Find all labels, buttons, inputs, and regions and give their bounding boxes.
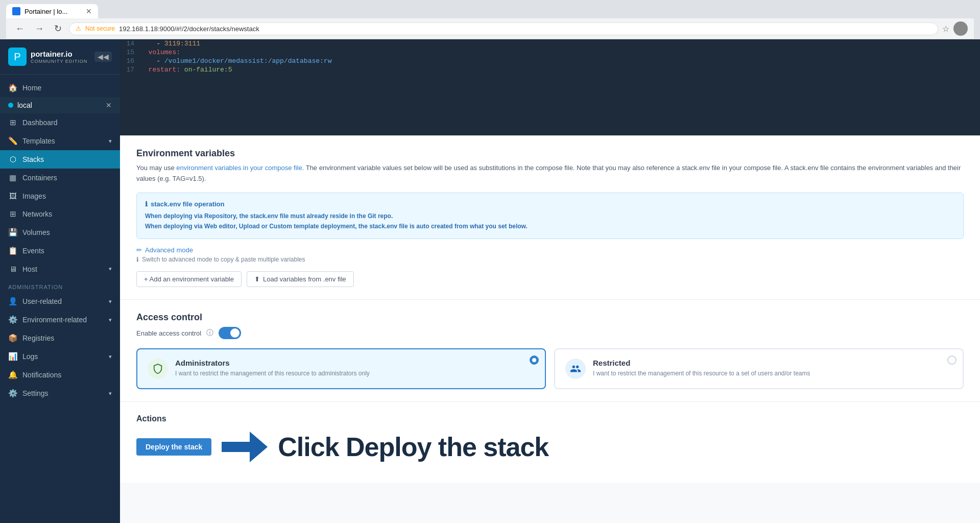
load-env-label: Load variables from .env file xyxy=(263,275,346,283)
sidebar-item-host[interactable]: 🖥 Host ▾ xyxy=(0,260,120,278)
stacks-icon: ⬡ xyxy=(8,155,17,164)
sidebar-images-label: Images xyxy=(22,192,46,200)
active-tab[interactable]: Portainer | lo... ✕ xyxy=(6,4,98,18)
env-close-button[interactable]: ✕ xyxy=(106,101,112,109)
sidebar-stacks-label: Stacks xyxy=(22,155,44,163)
advanced-mode-label: Advanced mode xyxy=(145,246,193,254)
sidebar-item-environment-related[interactable]: ⚙️ Environment-related ▾ xyxy=(0,311,120,329)
sidebar-item-registries[interactable]: 📦 Registries xyxy=(0,329,120,347)
deploy-label: Deploy the stack xyxy=(146,443,202,451)
sidebar-header: P portainer.io COMMUNITY EDITION ◀◀ xyxy=(0,39,120,75)
enable-access-control-row: Enable access control ⓘ xyxy=(136,327,964,339)
admin-section-label: Administration xyxy=(0,278,120,292)
browser-tabs: Portainer | lo... ✕ xyxy=(6,4,974,18)
sidebar-item-events[interactable]: 📋 Events xyxy=(0,242,120,260)
access-control-toggle[interactable] xyxy=(219,327,241,339)
environment-name: local xyxy=(17,101,32,109)
line-content-15: volumes: xyxy=(140,49,980,56)
sidebar-item-logs[interactable]: 📊 Logs ▾ xyxy=(0,347,120,366)
templates-icon: ✏️ xyxy=(8,136,17,146)
tab-close-button[interactable]: ✕ xyxy=(86,7,92,15)
arrow-annotation xyxy=(222,432,268,462)
bookmark-button[interactable]: ☆ xyxy=(942,24,949,34)
code-line-16: 16 - /volume1/docker/medassist:/app/data… xyxy=(120,57,980,65)
advanced-mode-help: ℹ Switch to advanced mode to copy & past… xyxy=(136,256,964,263)
reload-button[interactable]: ↻ xyxy=(51,22,65,35)
load-env-file-button[interactable]: ⬆ Load variables from .env file xyxy=(247,271,354,287)
sidebar: P portainer.io COMMUNITY EDITION ◀◀ 🏠 Ho… xyxy=(0,39,120,523)
sidebar-item-networks[interactable]: ⊞ Networks xyxy=(0,205,120,223)
line-num-15: 15 xyxy=(120,49,140,56)
administrators-card[interactable]: Administrators I want to restrict the ma… xyxy=(136,348,546,389)
sidebar-templates-label: Templates xyxy=(22,137,55,145)
settings-icon: ⚙️ xyxy=(8,389,17,398)
code-line-17: 17 restart: on-failure:5 xyxy=(120,65,980,74)
sidebar-host-label: Host xyxy=(22,265,37,273)
registries-icon: 📦 xyxy=(8,334,17,343)
app-layout: P portainer.io COMMUNITY EDITION ◀◀ 🏠 Ho… xyxy=(0,39,980,523)
back-button[interactable]: ← xyxy=(12,22,28,35)
main-content: 14 - 3119:3111 15 volumes: 16 - /volume1… xyxy=(120,39,980,523)
admin-card-title: Administrators xyxy=(175,359,370,367)
tab-label: Portainer | lo... xyxy=(25,8,67,15)
advanced-mode-link[interactable]: ✏ Advanced mode xyxy=(136,246,964,254)
code-line-14: 14 - 3119:3111 xyxy=(120,39,980,48)
sidebar-notifications-label: Notifications xyxy=(22,371,61,379)
info-box-title: ℹ stack.env file operation xyxy=(145,200,955,208)
access-control-section: Access control Enable access control ⓘ A… xyxy=(120,300,980,402)
sidebar-item-user-related[interactable]: 👤 User-related ▾ xyxy=(0,292,120,311)
info-line-1: When deploying via Repository, the stack… xyxy=(145,211,955,221)
add-env-variable-button[interactable]: + Add an environment variable xyxy=(136,271,242,287)
templates-chevron: ▾ xyxy=(109,138,112,145)
line-content-14: - 3119:3111 xyxy=(140,40,980,47)
actions-section: Actions Deploy the stack Click Deploy th… xyxy=(120,402,980,483)
env-buttons-row: + Add an environment variable ⬆ Load var… xyxy=(136,271,964,287)
code-editor: 14 - 3119:3111 15 volumes: 16 - /volume1… xyxy=(120,39,980,136)
sidebar-registries-label: Registries xyxy=(22,334,54,342)
portainer-logo: P portainer.io COMMUNITY EDITION xyxy=(8,47,87,66)
click-deploy-text: Click Deploy the stack xyxy=(278,432,548,462)
environment-header: local ✕ xyxy=(0,97,120,113)
line-content-17: restart: on-failure:5 xyxy=(140,66,980,74)
host-chevron: ▾ xyxy=(109,266,112,272)
not-secure-label: Not secure xyxy=(85,25,115,32)
sidebar-item-images[interactable]: 🖼 Images xyxy=(0,187,120,205)
toggle-help-icon: ⓘ xyxy=(206,328,213,338)
sidebar-item-home[interactable]: 🏠 Home xyxy=(0,79,120,97)
deploy-annotation: Deploy the stack Click Deploy the stack xyxy=(136,432,964,462)
sidebar-item-templates[interactable]: ✏️ Templates ▾ xyxy=(0,132,120,150)
sidebar-user-related-label: User-related xyxy=(22,297,62,305)
restricted-card[interactable]: Restricted I want to restrict the manage… xyxy=(554,348,964,389)
sidebar-env-related-label: Environment-related xyxy=(22,316,87,324)
logo-icon: P xyxy=(8,47,27,66)
deploy-stack-button[interactable]: Deploy the stack xyxy=(136,438,211,456)
logo-text: portainer.io COMMUNITY EDITION xyxy=(31,50,87,64)
sidebar-volumes-label: Volumes xyxy=(22,228,50,236)
sidebar-collapse-button[interactable]: ◀◀ xyxy=(94,52,112,62)
sidebar-containers-label: Containers xyxy=(22,174,57,182)
restricted-card-icon xyxy=(565,359,586,379)
sidebar-home-label: Home xyxy=(22,84,41,92)
profile-avatar[interactable] xyxy=(953,21,968,36)
add-env-label: + Add an environment variable xyxy=(144,275,234,283)
events-icon: 📋 xyxy=(8,246,17,255)
advanced-mode-help-text: Switch to advanced mode to copy & paste … xyxy=(142,256,305,263)
sidebar-item-dashboard[interactable]: ⊞ Dashboard xyxy=(0,113,120,132)
sidebar-settings-label: Settings xyxy=(22,389,49,397)
sidebar-item-volumes[interactable]: 💾 Volumes xyxy=(0,223,120,242)
forward-button[interactable]: → xyxy=(32,22,47,35)
sidebar-item-settings[interactable]: ⚙️ Settings ▾ xyxy=(0,384,120,402)
sidebar-item-notifications[interactable]: 🔔 Notifications xyxy=(0,366,120,384)
sidebar-item-containers[interactable]: ▦ Containers xyxy=(0,169,120,187)
actions-title: Actions xyxy=(136,414,964,423)
sidebar-item-stacks[interactable]: ⬡ Stacks xyxy=(0,150,120,169)
settings-chevron: ▾ xyxy=(109,390,112,397)
user-related-icon: 👤 xyxy=(8,297,17,306)
logo-sub-text: COMMUNITY EDITION xyxy=(31,59,87,64)
env-variables-title: Environment variables xyxy=(136,148,964,159)
env-related-chevron: ▾ xyxy=(109,317,112,323)
address-bar[interactable]: ⚠ Not secure 192.168.1.18:9000/#!/2/dock… xyxy=(69,22,938,35)
environment-related-icon: ⚙️ xyxy=(8,315,17,324)
sidebar-dashboard-label: Dashboard xyxy=(22,118,58,127)
env-desc-link[interactable]: environment variables in your compose fi… xyxy=(176,164,302,172)
